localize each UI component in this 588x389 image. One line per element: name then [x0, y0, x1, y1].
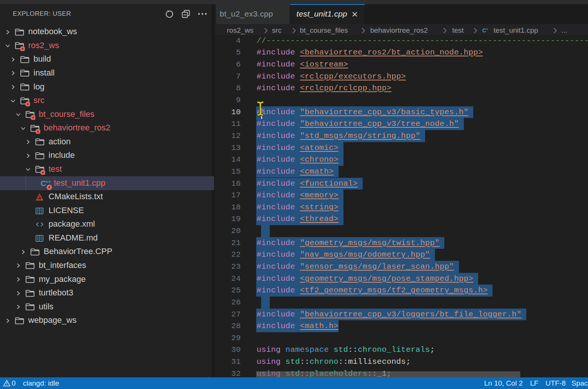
- svg-text:+: +: [48, 179, 51, 185]
- svg-text:+: +: [46, 179, 48, 185]
